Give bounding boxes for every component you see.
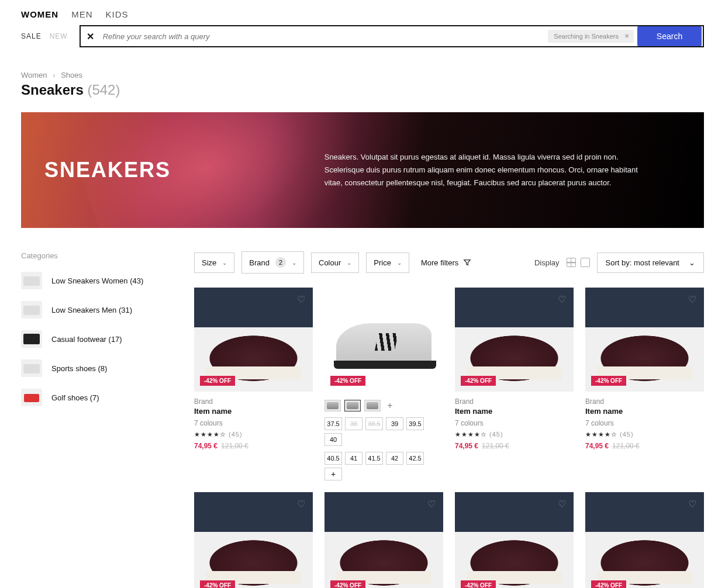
sort-dropdown[interactable]: Sort by: most relevant⌄: [597, 253, 704, 273]
heart-icon[interactable]: ♡: [295, 498, 307, 510]
category-thumb: [21, 272, 42, 289]
product-name: Item name: [194, 407, 313, 416]
category-label: Low Sneakers Women (43): [51, 276, 143, 285]
search-button[interactable]: Search: [637, 26, 702, 46]
discount-badge: -42% OFF: [330, 376, 365, 386]
nav-men[interactable]: MEN: [71, 9, 92, 19]
heart-icon[interactable]: ♡: [556, 293, 568, 305]
nav-women[interactable]: WOMEN: [21, 9, 58, 19]
heart-icon[interactable]: ♡: [686, 498, 698, 510]
product-card[interactable]: ♡ -42% OFF Brand Item name 7 colours ★★★…: [455, 288, 574, 480]
sidebar-category-item[interactable]: Low Sneakers Men (31): [21, 301, 173, 319]
chevron-down-icon: ⌄: [689, 258, 695, 267]
product-card[interactable]: ♡ -42% OFF Brand Item name: [194, 492, 313, 588]
filter-colour[interactable]: Colour⌄: [311, 253, 359, 273]
variant-thumb[interactable]: [344, 400, 361, 411]
variant-thumb[interactable]: [364, 400, 381, 411]
size-row: 40.54141.54242.5+: [324, 452, 443, 480]
discount-badge: -42% OFF: [461, 376, 496, 386]
subnav-sale[interactable]: SALE: [21, 32, 42, 40]
size-option[interactable]: 39: [386, 417, 403, 430]
product-colours: 7 colours: [194, 419, 313, 427]
breadcrumb-item[interactable]: Women: [21, 71, 47, 79]
product-colours: 7 colours: [585, 419, 704, 427]
category-thumb: [21, 359, 42, 377]
product-colours: 7 colours: [455, 419, 574, 427]
top-nav: WOMEN MEN KIDS: [21, 0, 704, 25]
category-label: Casual footwear (17): [51, 335, 122, 344]
filter-price[interactable]: Price⌄: [366, 253, 409, 273]
chevron-down-icon: ⌄: [222, 260, 227, 266]
size-option[interactable]: 37.5: [324, 417, 342, 430]
product-brand: Brand: [194, 397, 313, 406]
heart-icon[interactable]: ♡: [295, 293, 307, 305]
discount-badge: -42% OFF: [200, 376, 235, 386]
filter-brand[interactable]: Brand 2 ⌄: [241, 251, 304, 274]
product-card-hover[interactable]: -42% OFF + 37.53838.53939.540 40.54141.5…: [324, 288, 443, 480]
product-price: 74,95 €121,00 €: [455, 442, 574, 450]
filter-row: Size⌄ Brand 2 ⌄ Colour⌄ Price⌄ More filt…: [194, 251, 704, 274]
breadcrumb: Women › Shoes: [21, 71, 704, 79]
search-input[interactable]: [101, 32, 548, 41]
close-icon[interactable]: ✕: [81, 31, 101, 42]
heart-icon[interactable]: ♡: [686, 293, 698, 305]
size-option[interactable]: 38: [345, 417, 362, 430]
product-name: Item name: [455, 407, 574, 416]
more-filters[interactable]: More filters: [421, 258, 471, 267]
sidebar-category-item[interactable]: Golf shoes (7): [21, 389, 173, 406]
subnav: SALE NEW: [21, 32, 68, 40]
product-name: Item name: [585, 407, 704, 416]
product-card[interactable]: ♡ -42% OFF Brand Item name 7 colours ★★★…: [194, 288, 313, 480]
discount-badge: -42% OFF: [461, 580, 496, 588]
variant-more[interactable]: +: [384, 400, 396, 411]
discount-badge: -42% OFF: [591, 580, 626, 588]
size-option[interactable]: 39.5: [406, 417, 424, 430]
filter-size[interactable]: Size⌄: [194, 253, 234, 273]
size-option[interactable]: 41.5: [365, 452, 383, 465]
product-card[interactable]: ♡ -42% OFF Brand Item name: [585, 492, 704, 588]
size-option[interactable]: 41: [345, 452, 362, 465]
discount-badge: -42% OFF: [330, 580, 365, 588]
view-grid-icon[interactable]: [567, 258, 576, 267]
size-more[interactable]: +: [324, 468, 342, 480]
product-grid: ♡ -42% OFF Brand Item name 7 colours ★★★…: [194, 288, 704, 588]
product-brand: Brand: [585, 397, 704, 406]
search-context-chip[interactable]: Searching in Sneakers: [548, 30, 634, 43]
sidebar-category-item[interactable]: Casual footwear (17): [21, 330, 173, 348]
heart-icon[interactable]: ♡: [556, 498, 568, 510]
size-option[interactable]: 42.5: [406, 452, 424, 465]
filter-brand-count: 2: [275, 257, 286, 268]
product-rating: ★★★★☆ (45): [194, 431, 313, 438]
category-label: Low Sneakers Men (31): [51, 306, 132, 314]
view-large-icon[interactable]: [581, 258, 590, 267]
variant-thumb[interactable]: [324, 400, 341, 411]
sidebar: Categories Low Sneakers Women (43) Low S…: [21, 251, 173, 588]
nav-kids[interactable]: KIDS: [106, 9, 129, 19]
discount-badge: -42% OFF: [591, 376, 626, 386]
sidebar-category-item[interactable]: Low Sneakers Women (43): [21, 272, 173, 289]
chevron-down-icon: ⌄: [347, 260, 351, 266]
category-label: Golf shoes (7): [51, 393, 99, 402]
size-option[interactable]: 42: [386, 452, 403, 465]
discount-badge: -42% OFF: [200, 580, 235, 588]
product-card[interactable]: ♡ -42% OFF Brand Item name: [455, 492, 574, 588]
product-card[interactable]: ♡ -42% OFF Brand Item name: [324, 492, 443, 588]
sidebar-category-item[interactable]: Sports shoes (8): [21, 359, 173, 377]
hero-heading: SNEAKERS: [44, 158, 324, 182]
category-thumb: [21, 330, 42, 348]
product-card[interactable]: ♡ -42% OFF Brand Item name 7 colours ★★★…: [585, 288, 704, 480]
category-thumb: [21, 301, 42, 319]
heart-icon[interactable]: ♡: [426, 498, 437, 510]
category-thumb: [21, 389, 42, 406]
sidebar-heading: Categories: [21, 251, 173, 260]
product-rating: ★★★★☆ (45): [585, 431, 704, 438]
result-count: (542): [87, 82, 120, 98]
size-option[interactable]: 38.5: [365, 417, 383, 430]
breadcrumb-item[interactable]: Shoes: [61, 71, 82, 79]
size-option[interactable]: 40.5: [324, 452, 342, 465]
product-price: 74,95 €121,00 €: [194, 442, 313, 450]
size-option[interactable]: 40: [324, 433, 342, 446]
subnav-new[interactable]: NEW: [50, 32, 68, 40]
colour-variants: +: [324, 400, 443, 411]
filter-icon: [463, 258, 471, 267]
